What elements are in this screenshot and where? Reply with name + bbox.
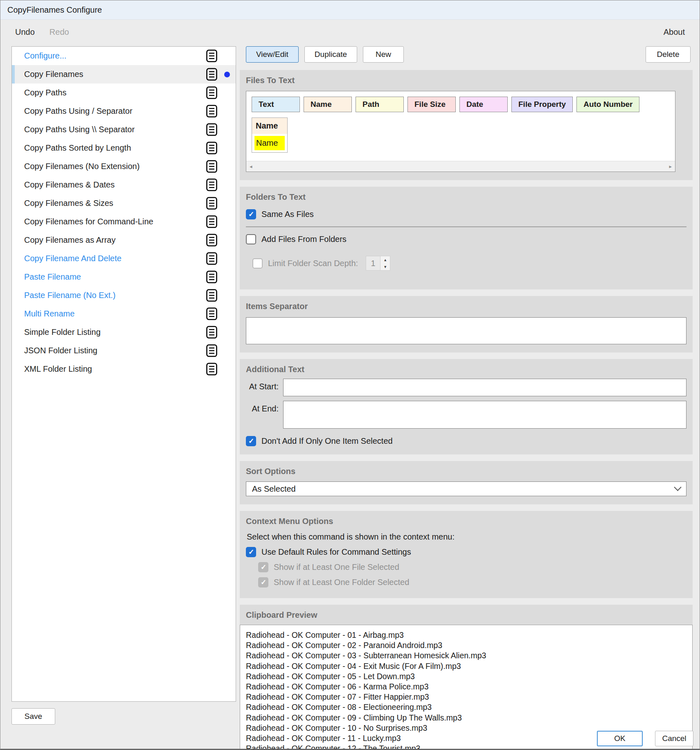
copyfilenames-configure-window: { "window": { "title": "CopyFilenames Co… [0,0,700,750]
list-item[interactable]: Simple Folder Listing [12,323,236,341]
spinner-up-icon: ▲ [380,256,390,263]
dont-add-row[interactable]: Don't Add If Only One Item Selected [246,436,686,446]
show-one-file-checkbox [258,562,268,572]
list-item-label: Copy Filenames [24,70,83,79]
list-item[interactable]: Copy Filenames for Command-Line [12,212,236,231]
document-lines-icon[interactable] [206,289,217,302]
menu-about[interactable]: About [664,27,685,37]
clipboard-line: Radiohead - OK Computer - 02 - Paranoid … [246,640,686,651]
token-button[interactable]: File Size [407,97,456,112]
token-button[interactable]: File Property [511,97,573,112]
at-end-input[interactable] [283,401,686,429]
document-lines-icon[interactable] [206,215,217,228]
document-lines-icon[interactable] [206,160,217,173]
list-item-label: Paste Filename [24,272,81,282]
sort-options-section: Sort Options As Selected [240,461,693,504]
show-one-file-row: Show if at Least One File Selected [258,562,686,572]
token-button[interactable]: Path [356,97,404,112]
list-item[interactable]: Configure... [12,47,236,65]
list-item[interactable]: Copy Filenames (No Extension) [12,157,236,176]
name-token-chip[interactable]: Name Name [252,117,288,153]
document-lines-icon[interactable] [206,105,217,117]
menu-undo[interactable]: Undo [15,27,35,37]
scroll-right-arrow-icon[interactable]: ▸ [669,163,672,169]
list-item[interactable]: Copy Paths Using / Separator [12,102,236,120]
list-item[interactable]: Copy Paths Using \\ Separator [12,120,236,139]
document-lines-icon[interactable] [206,86,217,99]
list-item[interactable]: XML Folder Listing [12,360,236,378]
list-item[interactable]: Copy Filenames as Array [12,231,236,249]
list-item[interactable]: Copy Paths Sorted by Length [12,139,236,157]
clipboard-line: Radiohead - OK Computer - 04 - Exit Musi… [246,661,686,671]
list-item[interactable]: Copy Filenames & Dates [12,176,236,194]
document-lines-icon[interactable] [206,178,217,191]
token-button[interactable]: Auto Number [576,97,639,112]
list-item[interactable]: Paste Filename [12,268,236,286]
scan-depth-value: 1 [366,256,380,271]
document-lines-icon[interactable] [206,252,217,265]
list-item[interactable]: JSON Folder Listing [12,341,236,360]
view-edit-button[interactable]: View/Edit [246,46,299,63]
cancel-button[interactable]: Cancel [655,731,693,746]
use-default-rules-row[interactable]: Use Default Rules for Command Settings [246,547,686,557]
context-menu-options-header: Context Menu Options [246,517,686,526]
show-one-folder-row: Show if at Least One Folder Selected [258,577,686,587]
token-button[interactable]: Text [252,97,300,112]
command-list: Configure... Copy Filenames [11,46,236,702]
additional-text-section: Additional Text At Start: At End: Don't … [240,359,693,454]
clipboard-line: Radiohead - OK Computer - 03 - Subterran… [246,651,686,661]
list-item[interactable]: Copy Paths [12,84,236,102]
list-item-label: Copy Paths Using / Separator [24,106,133,116]
at-start-input[interactable] [283,379,686,396]
add-files-from-folders-checkbox[interactable] [246,234,256,244]
same-as-files-checkbox[interactable] [246,209,256,219]
scan-depth-spinner: 1 ▲ ▼ [366,256,390,271]
delete-button[interactable]: Delete [646,46,691,63]
token-button[interactable]: Date [459,97,508,112]
clipboard-line: Radiohead - OK Computer - 06 - Karma Pol… [246,682,686,692]
horizontal-scrollbar[interactable]: ◂ ▸ [246,161,675,172]
document-lines-icon[interactable] [206,307,217,320]
limit-folder-scan-depth-label: Limit Folder Scan Depth: [268,259,358,268]
document-lines-icon[interactable] [206,197,217,210]
list-item[interactable]: Copy Filenames & Sizes [12,194,236,212]
document-lines-icon[interactable] [206,50,217,62]
duplicate-button[interactable]: Duplicate [304,46,357,63]
dont-add-checkbox[interactable] [246,436,256,446]
name-chip-item[interactable]: Name [254,136,285,150]
add-files-from-folders-label: Add Files From Folders [261,235,347,244]
document-lines-icon[interactable] [206,271,217,283]
document-lines-icon[interactable] [206,123,217,136]
document-lines-icon[interactable] [206,344,217,357]
document-lines-icon[interactable] [206,363,217,375]
sort-options-dropdown[interactable]: As Selected [246,481,686,496]
list-item[interactable]: Multi Rename [12,305,236,323]
use-default-rules-checkbox[interactable] [246,547,256,557]
show-one-folder-checkbox [258,577,268,587]
sort-options-value: As Selected [252,484,296,494]
list-item-label: Copy Filenames (No Extension) [24,162,140,171]
sort-options-header: Sort Options [246,467,686,476]
context-menu-description: Select when this command is shown in the… [247,532,686,542]
save-button[interactable]: Save [11,708,55,725]
new-button[interactable]: New [363,46,404,63]
add-files-from-folders-row[interactable]: Add Files From Folders [246,234,686,244]
items-separator-input[interactable] [246,317,686,344]
chevron-down-icon [674,483,681,491]
document-lines-icon[interactable] [206,68,217,81]
list-item[interactable]: Paste Filename (No Ext.) [12,286,236,305]
list-item[interactable]: Copy Filenames [12,65,236,84]
files-to-text-header: Files To Text [246,76,686,85]
show-one-file-label: Show if at Least One File Selected [274,562,399,572]
limit-folder-scan-depth-row: Limit Folder Scan Depth: 1 ▲ ▼ [252,256,686,271]
document-lines-icon[interactable] [206,142,217,154]
ok-button[interactable]: OK [597,731,643,746]
list-item[interactable]: Copy Filename And Delete [12,249,236,268]
document-lines-icon[interactable] [206,234,217,246]
document-lines-icon[interactable] [206,326,217,339]
token-button[interactable]: Name [304,97,352,112]
files-to-text-editor: Text Name Path File Size Date File Prope… [246,91,675,172]
at-end-row: At End: [246,401,686,429]
same-as-files-row[interactable]: Same As Files [246,209,686,219]
scroll-left-arrow-icon[interactable]: ◂ [250,163,252,169]
